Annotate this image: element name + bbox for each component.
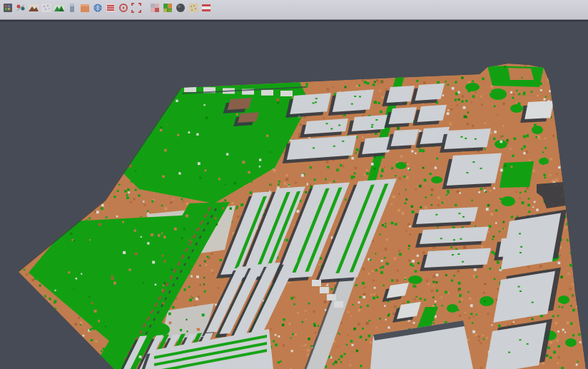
- toolbar-button-globe-sync[interactable]: [91, 1, 104, 16]
- cube-multicolor-icon: [2, 2, 14, 16]
- red-crop-icon: [131, 2, 142, 16]
- dark-sphere-icon: [175, 2, 186, 16]
- toolbar-button-point-pair[interactable]: [14, 1, 27, 16]
- blue-column-icon: [66, 2, 78, 16]
- toolbar-button-checker-red[interactable]: [148, 1, 161, 16]
- toolbar-button-orange-plane[interactable]: [78, 1, 91, 16]
- point-pair-icon: [15, 2, 26, 16]
- toolbar-button-dark-sphere[interactable]: [174, 1, 187, 16]
- toolbar-shadow: [0, 20, 588, 21]
- classified-mesh-render[interactable]: [0, 0, 588, 369]
- toolbar-button-red-target[interactable]: [117, 1, 130, 16]
- red-target-icon: [118, 2, 129, 16]
- sand-texture-icon: [188, 2, 199, 16]
- toolbar-button-terrain-green[interactable]: [53, 1, 66, 16]
- toolbar-button-classification-map[interactable]: [161, 1, 174, 16]
- classification-map-icon: [162, 2, 173, 16]
- checker-red-icon: [149, 2, 161, 16]
- terrain-brown-icon: [28, 2, 39, 16]
- orange-plane-icon: [79, 2, 91, 16]
- toolbar-button-red-list[interactable]: [104, 1, 117, 16]
- toolbar-button-terrain-brown[interactable]: [27, 1, 40, 16]
- terrain-green-icon: [54, 2, 65, 16]
- toolbar-separator: [143, 1, 148, 16]
- toolbar-button-cube-multicolor[interactable]: [1, 1, 14, 16]
- toolbar-button-blue-column[interactable]: [66, 1, 78, 16]
- toolbar-button-red-stripes[interactable]: [200, 1, 213, 16]
- application-window: [0, 0, 588, 369]
- toolbar-button-sparse-points[interactable]: [40, 1, 53, 16]
- toolbar-button-red-crop[interactable]: [130, 1, 143, 16]
- 3d-viewport[interactable]: [0, 0, 588, 369]
- globe-sync-icon: [92, 2, 103, 16]
- main-toolbar: [0, 0, 588, 20]
- sparse-points-icon: [41, 2, 52, 16]
- toolbar-button-sand-texture[interactable]: [187, 1, 200, 16]
- red-list-icon: [105, 2, 116, 16]
- red-stripes-icon: [201, 2, 212, 16]
